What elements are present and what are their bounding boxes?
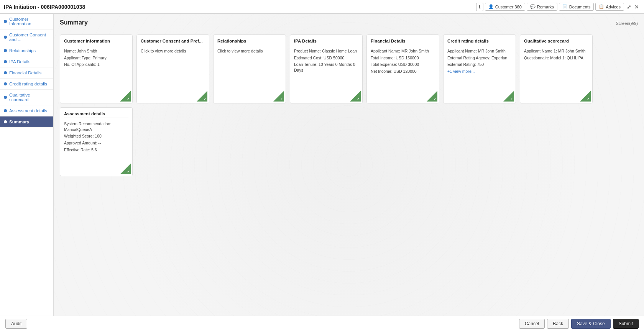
footer-left: Audit <box>5 319 27 329</box>
card-title: Credit rating details <box>447 39 512 45</box>
check-corner-icon <box>505 92 514 102</box>
page-title: Summary <box>60 19 88 26</box>
dot-icon <box>4 20 7 23</box>
card-line: No. Of Applicants: 1 <box>64 62 128 67</box>
sidebar-item-customer-information[interactable]: Customer Information <box>0 14 53 29</box>
card-line: Click to view more details <box>217 48 282 54</box>
customer360-icon: 👤 <box>488 4 494 9</box>
sidebar: Customer Information Customer Consent an… <box>0 14 54 316</box>
card-line: Applicant Name: MR John Smith <box>447 48 512 54</box>
dot-icon <box>4 109 7 112</box>
documents-icon: 📄 <box>562 4 568 9</box>
card-title: Relationships <box>217 39 282 45</box>
card-line: Questionnaire Model 1: QLHLIPA <box>524 55 588 61</box>
info-btn[interactable]: ℹ <box>476 3 483 11</box>
card-line: Applicant Name 1: MR John Smith <box>524 48 588 54</box>
sidebar-item-qualitative-scorecard[interactable]: Qualitative scorecard <box>0 90 53 105</box>
dot-icon <box>4 60 7 63</box>
advices-icon: 📋 <box>599 4 604 9</box>
card-line: Applicant Name: MR John Smith <box>371 48 435 54</box>
sidebar-item-relationships[interactable]: Relationships <box>0 45 53 56</box>
card-line: External Rating Agency: Experian <box>447 55 512 61</box>
sidebar-item-ipa-details[interactable]: IPA Details <box>0 56 53 67</box>
submit-button[interactable]: Submit <box>613 319 639 329</box>
card-title: Financial Details <box>371 39 435 45</box>
check-corner-icon <box>582 92 591 102</box>
card-assessment-details[interactable]: Assessment detailsSystem Recommendation:… <box>60 107 133 176</box>
card-line: Net Income: USD 120000 <box>371 69 435 74</box>
card-customer-information[interactable]: Customer InformationName: John SmithAppl… <box>60 34 133 103</box>
documents-btn[interactable]: 📄 Documents <box>559 3 594 11</box>
sidebar-item-summary[interactable]: Summary <box>0 116 53 128</box>
check-corner-icon <box>198 92 207 102</box>
back-button[interactable]: Back <box>547 319 569 329</box>
card-title: Customer Consent and Pref... <box>141 39 205 45</box>
resize-controls: ⤢ ✕ <box>626 4 640 10</box>
card-title: Customer Information <box>64 39 128 45</box>
remarks-btn[interactable]: 💬 Remarks <box>527 3 557 11</box>
card-line: Product Name: Classic Home Loan <box>294 48 358 54</box>
card-line: Approved Amount: -- <box>64 140 128 146</box>
card-customer-consent[interactable]: Customer Consent and Pref...Click to vie… <box>136 34 209 103</box>
check-corner-icon <box>352 92 361 102</box>
dot-icon <box>4 71 7 74</box>
card-more-link[interactable]: +1 view more... <box>447 69 512 74</box>
card-credit-rating[interactable]: Credit rating detailsApplicant Name: MR … <box>443 34 516 103</box>
remarks-icon: 💬 <box>530 4 536 9</box>
header: IPA Initiation - 006IPA000001038 ℹ 👤 Cus… <box>0 0 644 14</box>
sidebar-item-customer-consent[interactable]: Customer Consent and ... <box>0 29 53 45</box>
card-line: Estimated Cost: USD 50000 <box>294 55 358 61</box>
advices-btn[interactable]: 📋 Advices <box>595 3 624 11</box>
card-line: Click to view more details <box>141 48 205 54</box>
card-line: Loan Tenure: 10 Years 0 Months 0 Days <box>294 62 358 73</box>
footer: Audit Cancel Back Save & Close Submit <box>0 316 644 331</box>
card-relationships[interactable]: RelationshipsClick to view more details <box>213 34 286 103</box>
sidebar-item-assessment-details[interactable]: Assessment details <box>0 105 53 116</box>
card-line: Name: John Smith <box>64 48 128 54</box>
card-line: Applicant Type: Primary <box>64 55 128 61</box>
check-corner-icon <box>275 92 284 102</box>
dot-icon <box>4 96 7 99</box>
card-line: External Rating: 750 <box>447 62 512 67</box>
header-actions: ℹ 👤 Customer 360 💬 Remarks 📄 Documents 📋… <box>476 3 640 11</box>
dot-icon <box>4 49 7 52</box>
cancel-button[interactable]: Cancel <box>519 319 545 329</box>
card-line: System Recommendation: ManualQueueA <box>64 121 128 132</box>
sidebar-item-financial-details[interactable]: Financial Details <box>0 67 53 79</box>
customer360-btn[interactable]: 👤 Customer 360 <box>485 3 525 11</box>
header-title: IPA Initiation - 006IPA000001038 <box>4 4 85 10</box>
card-ipa-details[interactable]: IPA DetailsProduct Name: Classic Home Lo… <box>290 34 363 103</box>
main-layout: Customer Information Customer Consent an… <box>0 14 644 316</box>
sidebar-item-credit-rating[interactable]: Credit rating details <box>0 79 53 90</box>
dot-icon <box>4 120 7 123</box>
card-line: Total Expense: USD 30000 <box>371 62 435 67</box>
cards-grid: Customer InformationName: John SmithAppl… <box>60 34 638 176</box>
check-corner-icon <box>122 92 131 102</box>
screen-label: Screen(9/9) <box>616 21 638 26</box>
content-area: Summary Screen(9/9) Customer Information… <box>54 14 644 316</box>
check-corner-icon <box>428 92 437 102</box>
footer-right: Cancel Back Save & Close Submit <box>519 319 639 329</box>
card-financial-details[interactable]: Financial DetailsApplicant Name: MR John… <box>366 34 439 103</box>
save-close-button[interactable]: Save & Close <box>571 319 611 329</box>
card-title: Assessment details <box>64 111 128 118</box>
card-title: Qualitative scorecard <box>524 39 588 45</box>
check-corner-icon <box>122 165 131 174</box>
card-line: Weighted Score: 100 <box>64 133 128 139</box>
card-line: Total Income: USD 150000 <box>371 55 435 61</box>
close-btn[interactable]: ✕ <box>633 4 640 10</box>
dot-icon <box>4 82 7 85</box>
card-qualitative-scorecard[interactable]: Qualitative scorecardApplicant Name 1: M… <box>520 34 593 103</box>
card-line: Effective Rate: 5.6 <box>64 147 128 153</box>
dot-icon <box>4 36 7 39</box>
audit-button[interactable]: Audit <box>5 319 27 329</box>
expand-btn[interactable]: ⤢ <box>626 4 632 10</box>
card-title: IPA Details <box>294 39 358 45</box>
